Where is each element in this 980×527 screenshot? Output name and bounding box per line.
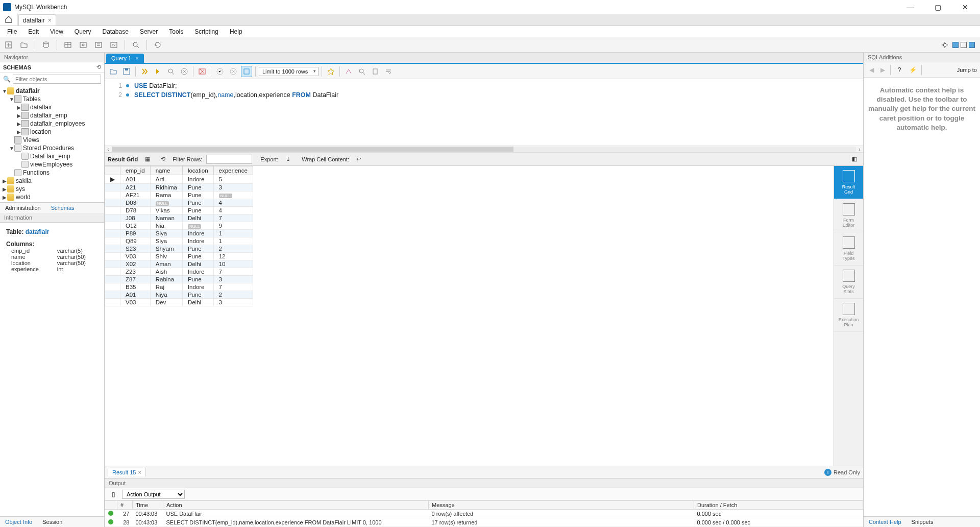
menu-database[interactable]: Database: [99, 27, 133, 36]
table-row[interactable]: J08NamanDelhi7: [105, 214, 253, 222]
tree-node[interactable]: Functions: [2, 169, 102, 177]
side-tab-query-stats[interactable]: QueryStats: [834, 266, 863, 299]
menu-server[interactable]: Server: [136, 27, 162, 36]
create-function-button[interactable]: fx: [108, 39, 119, 51]
table-row[interactable]: D78VikasPune4: [105, 207, 253, 214]
table-row[interactable]: D03NULLPune4: [105, 199, 253, 207]
scroll-left-icon[interactable]: ‹: [105, 147, 112, 152]
tree-node[interactable]: ▼Stored Procedures: [2, 144, 102, 152]
tree-node[interactable]: ▶sys: [2, 185, 102, 193]
find-button[interactable]: [343, 66, 354, 77]
close-button[interactable]: ✕: [958, 3, 973, 11]
maximize-button[interactable]: ▢: [930, 3, 945, 11]
reconnect-button[interactable]: [152, 39, 163, 51]
side-tab-form-editor[interactable]: FormEditor: [834, 199, 863, 232]
tree-node[interactable]: DataFlair_emp: [2, 152, 102, 160]
open-script-button[interactable]: [108, 66, 119, 77]
tree-node[interactable]: ▶dataflair: [2, 103, 102, 111]
execute-button[interactable]: [139, 66, 150, 77]
grid-view-icon[interactable]: ▦: [142, 154, 153, 165]
minimize-button[interactable]: —: [902, 3, 918, 11]
close-icon[interactable]: ×: [135, 55, 138, 61]
nav-fwd-icon[interactable]: ▶: [878, 66, 887, 74]
menu-file[interactable]: File: [3, 27, 21, 36]
settings-button[interactable]: [939, 39, 950, 51]
open-sql-file-button[interactable]: [18, 39, 30, 51]
clear-output-button[interactable]: ▯: [108, 489, 119, 500]
result-grid[interactable]: emp_idnamelocationexperience▶A01ArtiIndo…: [105, 166, 253, 306]
object-info-tab[interactable]: Object Info: [0, 517, 37, 527]
table-row[interactable]: Z87RabinaPune3: [105, 276, 253, 283]
table-row[interactable]: ▶A01ArtiIndore5: [105, 175, 253, 184]
output-row[interactable]: 2800:43:03SELECT DISTINCT(emp_id),name,l…: [105, 518, 863, 527]
table-row[interactable]: Z23AishIndore7: [105, 268, 253, 276]
refresh-result-icon[interactable]: ⟲: [157, 154, 168, 165]
menu-query[interactable]: Query: [70, 27, 95, 36]
tree-node[interactable]: ▶location: [2, 128, 102, 136]
table-row[interactable]: O12NiaNULL9: [105, 222, 253, 230]
invisible-chars-button[interactable]: [370, 66, 381, 77]
filter-rows-input[interactable]: [206, 155, 252, 164]
query-tab[interactable]: Query 1 ×: [106, 54, 144, 63]
stop-button[interactable]: [179, 66, 190, 77]
refresh-schemas-icon[interactable]: ⟲: [96, 64, 101, 70]
session-tab[interactable]: Session: [37, 517, 67, 527]
left-panel-toggle[interactable]: [952, 42, 959, 48]
administration-tab[interactable]: Administration: [0, 203, 46, 213]
tree-node[interactable]: ▶sakila: [2, 177, 102, 185]
context-help-tab[interactable]: Context Help: [864, 517, 906, 527]
create-view-button[interactable]: [78, 39, 89, 51]
menu-tools[interactable]: Tools: [165, 27, 187, 36]
close-icon[interactable]: ×: [48, 17, 52, 24]
side-tab-field-types[interactable]: FieldTypes: [834, 232, 863, 266]
table-row[interactable]: V03ShivPune12: [105, 253, 253, 260]
create-table-button[interactable]: [62, 39, 74, 51]
beautify-button[interactable]: [325, 66, 336, 77]
save-script-button[interactable]: [121, 66, 132, 77]
table-row[interactable]: A21RidhimaPune3: [105, 184, 253, 191]
explain-button[interactable]: [165, 66, 177, 77]
jump-to-label[interactable]: Jump to: [957, 67, 977, 73]
autocommit-toggle[interactable]: [241, 66, 252, 77]
sql-editor[interactable]: 1USE DataFlair;2SELECT DISTINCT(emp_id),…: [105, 79, 863, 146]
filter-objects-input[interactable]: [13, 75, 101, 84]
tree-node[interactable]: ▼Tables: [2, 95, 102, 103]
table-row[interactable]: Q89SiyaIndore1: [105, 237, 253, 245]
new-sql-tab-button[interactable]: [3, 39, 14, 51]
search-table-data-button[interactable]: [130, 39, 141, 51]
dont-limit-button[interactable]: [197, 66, 208, 77]
auto-help-button[interactable]: ⚡: [907, 64, 918, 76]
output-row[interactable]: 2700:43:03USE DataFlair0 row(s) affected…: [105, 510, 863, 518]
output-selector[interactable]: Action Output: [122, 490, 185, 499]
commit-button[interactable]: [214, 66, 226, 77]
menu-edit[interactable]: Edit: [24, 27, 43, 36]
table-row[interactable]: X02AmanDelhi10: [105, 260, 253, 268]
wrap-button[interactable]: [383, 66, 394, 77]
tree-node[interactable]: ▶dataflair_emp: [2, 111, 102, 119]
table-row[interactable]: V03DevDelhi3: [105, 299, 253, 306]
side-tab-result-grid[interactable]: ResultGrid: [834, 166, 863, 199]
tree-node[interactable]: ▼dataflair: [2, 87, 102, 95]
tree-node[interactable]: ▶world: [2, 193, 102, 201]
help-button[interactable]: ?: [894, 64, 905, 76]
output-table[interactable]: #TimeActionMessageDuration / Fetch2700:4…: [105, 500, 863, 527]
schemas-tab[interactable]: Schemas: [46, 203, 80, 213]
tree-node[interactable]: viewEmployees: [2, 160, 102, 169]
right-panel-toggle[interactable]: [969, 42, 975, 48]
output-panel-toggle[interactable]: [961, 42, 967, 48]
tree-node[interactable]: Views: [2, 136, 102, 144]
table-row[interactable]: A01NiyaPune2: [105, 291, 253, 299]
table-row[interactable]: B35RajIndore7: [105, 283, 253, 291]
menu-scripting[interactable]: Scripting: [190, 27, 223, 36]
table-row[interactable]: S23ShyamPune2: [105, 245, 253, 253]
side-tab-execution-plan[interactable]: ExecutionPlan: [834, 299, 863, 332]
create-schema-button[interactable]: [40, 39, 52, 51]
schema-tree[interactable]: ▼dataflair▼Tables▶dataflair▶dataflair_em…: [0, 86, 104, 202]
nav-back-icon[interactable]: ◀: [867, 66, 876, 74]
editor-scrollbar[interactable]: ‹ ›: [105, 146, 863, 153]
pin-result-button[interactable]: ◧: [849, 154, 860, 165]
wrap-cell-button[interactable]: ↩: [353, 154, 364, 165]
scroll-right-icon[interactable]: ›: [856, 147, 863, 152]
home-button[interactable]: [0, 13, 17, 26]
connection-tab[interactable]: dataflair ×: [18, 14, 56, 26]
